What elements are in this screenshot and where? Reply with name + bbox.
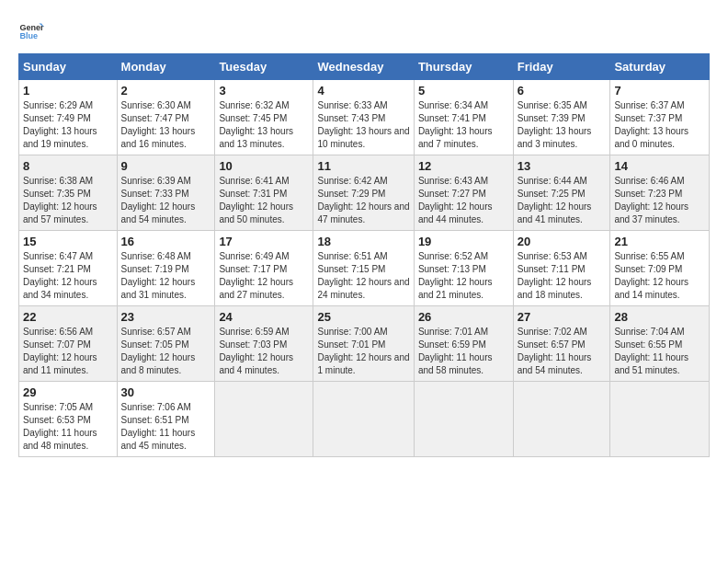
calendar-cell: 22Sunrise: 6:56 AMSunset: 7:07 PMDayligh…: [19, 306, 118, 382]
day-info: Sunrise: 6:39 AMSunset: 7:33 PMDaylight:…: [121, 175, 211, 226]
weekday-header-friday: Friday: [513, 54, 610, 80]
calendar-cell: 5Sunrise: 6:34 AMSunset: 7:41 PMDaylight…: [414, 80, 513, 155]
day-info: Sunrise: 6:35 AMSunset: 7:39 PMDaylight:…: [518, 99, 607, 151]
day-number: 22: [23, 310, 113, 324]
day-info: Sunrise: 6:49 AMSunset: 7:17 PMDaylight:…: [219, 250, 309, 302]
day-info: Sunrise: 7:05 AMSunset: 6:53 PMDaylight:…: [23, 401, 113, 453]
day-number: 17: [219, 235, 309, 248]
calendar-cell: 30Sunrise: 7:06 AMSunset: 6:51 PMDayligh…: [117, 382, 215, 457]
day-info: Sunrise: 6:57 AMSunset: 7:05 PMDaylight:…: [121, 326, 211, 377]
day-info: Sunrise: 6:32 AMSunset: 7:45 PMDaylight:…: [219, 99, 309, 151]
day-number: 9: [121, 159, 211, 173]
day-info: Sunrise: 6:52 AMSunset: 7:13 PMDaylight:…: [418, 250, 509, 302]
calendar-cell: 20Sunrise: 6:53 AMSunset: 7:11 PMDayligh…: [513, 231, 610, 306]
day-number: 21: [614, 235, 705, 248]
day-info: Sunrise: 7:00 AMSunset: 7:01 PMDaylight:…: [317, 326, 409, 377]
logo-icon: General Blue: [18, 18, 44, 44]
day-info: Sunrise: 6:34 AMSunset: 7:41 PMDaylight:…: [418, 99, 509, 151]
calendar-cell: 4Sunrise: 6:33 AMSunset: 7:43 PMDaylight…: [313, 80, 414, 155]
day-number: 3: [219, 84, 309, 98]
calendar-cell: [513, 382, 610, 457]
day-number: 11: [317, 159, 409, 173]
day-number: 4: [317, 84, 409, 98]
day-number: 24: [219, 310, 309, 324]
calendar-cell: 18Sunrise: 6:51 AMSunset: 7:15 PMDayligh…: [313, 231, 414, 306]
calendar-cell: 26Sunrise: 7:01 AMSunset: 6:59 PMDayligh…: [414, 306, 513, 382]
day-info: Sunrise: 6:51 AMSunset: 7:15 PMDaylight:…: [317, 250, 409, 302]
day-number: 20: [518, 235, 607, 248]
calendar-table: SundayMondayTuesdayWednesdayThursdayFrid…: [18, 53, 710, 457]
calendar-cell: 7Sunrise: 6:37 AMSunset: 7:37 PMDaylight…: [610, 80, 710, 155]
day-number: 8: [23, 159, 113, 173]
weekday-header-wednesday: Wednesday: [313, 54, 414, 80]
day-number: 27: [518, 310, 607, 324]
weekday-header-sunday: Sunday: [19, 54, 118, 80]
calendar-cell: 27Sunrise: 7:02 AMSunset: 6:57 PMDayligh…: [513, 306, 610, 382]
day-info: Sunrise: 6:55 AMSunset: 7:09 PMDaylight:…: [614, 250, 705, 302]
weekday-header-monday: Monday: [117, 54, 215, 80]
day-number: 14: [614, 159, 705, 173]
calendar-cell: 9Sunrise: 6:39 AMSunset: 7:33 PMDaylight…: [117, 155, 215, 231]
day-info: Sunrise: 6:59 AMSunset: 7:03 PMDaylight:…: [219, 326, 309, 377]
day-info: Sunrise: 6:48 AMSunset: 7:19 PMDaylight:…: [121, 250, 211, 302]
day-number: 28: [614, 310, 705, 324]
day-number: 1: [23, 84, 113, 98]
day-info: Sunrise: 6:37 AMSunset: 7:37 PMDaylight:…: [614, 99, 705, 151]
calendar-cell: [313, 382, 414, 457]
day-number: 19: [418, 235, 509, 248]
day-number: 5: [418, 84, 509, 98]
logo: General Blue: [18, 18, 48, 44]
day-info: Sunrise: 6:29 AMSunset: 7:49 PMDaylight:…: [23, 99, 113, 151]
calendar-cell: 11Sunrise: 6:42 AMSunset: 7:29 PMDayligh…: [313, 155, 414, 231]
day-number: 15: [23, 235, 113, 248]
weekday-header-saturday: Saturday: [610, 54, 710, 80]
day-info: Sunrise: 7:01 AMSunset: 6:59 PMDaylight:…: [418, 326, 509, 377]
day-info: Sunrise: 6:44 AMSunset: 7:25 PMDaylight:…: [518, 175, 607, 226]
calendar-cell: 14Sunrise: 6:46 AMSunset: 7:23 PMDayligh…: [610, 155, 710, 231]
day-number: 23: [121, 310, 211, 324]
calendar-cell: 13Sunrise: 6:44 AMSunset: 7:25 PMDayligh…: [513, 155, 610, 231]
day-number: 16: [121, 235, 211, 248]
calendar-cell: 16Sunrise: 6:48 AMSunset: 7:19 PMDayligh…: [117, 231, 215, 306]
calendar-cell: 8Sunrise: 6:38 AMSunset: 7:35 PMDaylight…: [19, 155, 118, 231]
weekday-header-tuesday: Tuesday: [215, 54, 313, 80]
day-info: Sunrise: 6:46 AMSunset: 7:23 PMDaylight:…: [614, 175, 705, 226]
calendar-cell: 23Sunrise: 6:57 AMSunset: 7:05 PMDayligh…: [117, 306, 215, 382]
day-number: 25: [317, 310, 409, 324]
calendar-cell: 29Sunrise: 7:05 AMSunset: 6:53 PMDayligh…: [19, 382, 118, 457]
day-number: 13: [518, 159, 607, 173]
calendar-cell: 10Sunrise: 6:41 AMSunset: 7:31 PMDayligh…: [215, 155, 313, 231]
day-info: Sunrise: 6:30 AMSunset: 7:47 PMDaylight:…: [121, 99, 211, 151]
calendar-cell: 15Sunrise: 6:47 AMSunset: 7:21 PMDayligh…: [19, 231, 118, 306]
day-info: Sunrise: 6:41 AMSunset: 7:31 PMDaylight:…: [219, 175, 309, 226]
calendar-cell: 21Sunrise: 6:55 AMSunset: 7:09 PMDayligh…: [610, 231, 710, 306]
calendar-cell: 3Sunrise: 6:32 AMSunset: 7:45 PMDaylight…: [215, 80, 313, 155]
day-number: 18: [317, 235, 409, 248]
day-info: Sunrise: 6:43 AMSunset: 7:27 PMDaylight:…: [418, 175, 509, 226]
day-number: 29: [23, 385, 113, 399]
calendar-cell: 24Sunrise: 6:59 AMSunset: 7:03 PMDayligh…: [215, 306, 313, 382]
day-info: Sunrise: 6:53 AMSunset: 7:11 PMDaylight:…: [518, 250, 607, 302]
calendar-cell: 17Sunrise: 6:49 AMSunset: 7:17 PMDayligh…: [215, 231, 313, 306]
calendar-cell: 1Sunrise: 6:29 AMSunset: 7:49 PMDaylight…: [19, 80, 118, 155]
calendar-cell: [414, 382, 513, 457]
day-info: Sunrise: 6:38 AMSunset: 7:35 PMDaylight:…: [23, 175, 113, 226]
svg-text:Blue: Blue: [19, 31, 38, 40]
day-info: Sunrise: 7:06 AMSunset: 6:51 PMDaylight:…: [121, 401, 211, 453]
day-info: Sunrise: 6:47 AMSunset: 7:21 PMDaylight:…: [23, 250, 113, 302]
weekday-header-thursday: Thursday: [414, 54, 513, 80]
day-info: Sunrise: 6:56 AMSunset: 7:07 PMDaylight:…: [23, 326, 113, 377]
calendar-cell: 12Sunrise: 6:43 AMSunset: 7:27 PMDayligh…: [414, 155, 513, 231]
day-info: Sunrise: 7:04 AMSunset: 6:55 PMDaylight:…: [614, 326, 705, 377]
day-number: 26: [418, 310, 509, 324]
calendar-cell: 6Sunrise: 6:35 AMSunset: 7:39 PMDaylight…: [513, 80, 610, 155]
day-info: Sunrise: 6:42 AMSunset: 7:29 PMDaylight:…: [317, 175, 409, 226]
calendar-cell: 25Sunrise: 7:00 AMSunset: 7:01 PMDayligh…: [313, 306, 414, 382]
day-number: 12: [418, 159, 509, 173]
page-header: General Blue: [18, 18, 710, 44]
day-info: Sunrise: 7:02 AMSunset: 6:57 PMDaylight:…: [518, 326, 607, 377]
day-number: 30: [121, 385, 211, 399]
day-number: 10: [219, 159, 309, 173]
day-number: 7: [614, 84, 705, 98]
day-number: 6: [518, 84, 607, 98]
